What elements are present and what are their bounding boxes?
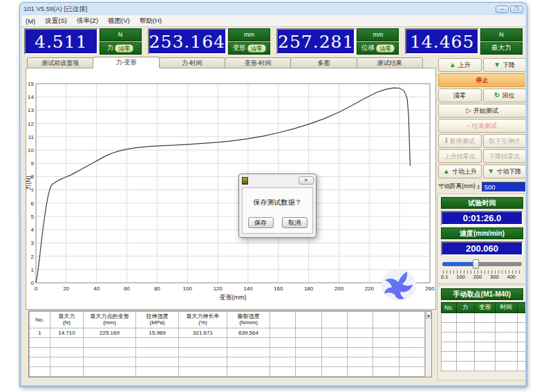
- tab-3[interactable]: 变形-时间: [225, 57, 291, 68]
- results-cell: [84, 357, 136, 366]
- svg-text:10: 10: [28, 147, 34, 153]
- displacement-clear-button[interactable]: 清零: [376, 44, 395, 53]
- dialog-title-bar: ✕: [239, 174, 316, 185]
- results-column-header: 最大力(N): [50, 312, 84, 328]
- down-find-zero-button[interactable]: 下降找零点: [483, 149, 526, 163]
- jog-down-button[interactable]: ▼寸动下降: [483, 165, 526, 178]
- app-window: 101 V5.58(A) [已连接] — ❐ (M)设置(S)倍率(Z)视图(V…: [19, 2, 527, 387]
- dialog-cancel-button[interactable]: 取消: [282, 217, 308, 228]
- tab-2[interactable]: 力-时间: [159, 57, 225, 68]
- menu-item[interactable]: 视图(V): [108, 17, 130, 26]
- dialog-close-icon[interactable]: ✕: [299, 176, 314, 185]
- slider-tick-label: 0.1: [441, 274, 448, 280]
- menu-item[interactable]: (M): [26, 17, 35, 25]
- start-test-button[interactable]: ▷开始测试: [438, 104, 525, 118]
- maximize-button[interactable]: ❐: [510, 6, 523, 13]
- svg-text:15: 15: [28, 81, 34, 87]
- speed-slider[interactable]: [441, 259, 523, 270]
- tab-1[interactable]: 力-变形: [93, 57, 159, 68]
- manual-cell: [518, 323, 526, 333]
- menu-item[interactable]: 倍率(Z): [77, 17, 98, 26]
- jog-distance-stepper[interactable]: ▲▼: [477, 184, 480, 189]
- jog-down-arrow-icon: ▼: [487, 168, 494, 175]
- return-home-button[interactable]: ↻回位: [483, 88, 526, 102]
- tab-0[interactable]: 测试前设置项: [27, 57, 93, 68]
- manual-cell: [457, 333, 475, 342]
- max-force-label: 最大力: [491, 44, 511, 53]
- manual-cell: [457, 313, 475, 323]
- manual-cell: [475, 333, 496, 342]
- results-cell: [84, 337, 136, 347]
- svg-text:100: 100: [183, 286, 193, 292]
- deformation-clear-button[interactable]: 清零: [247, 44, 266, 53]
- svg-text:80: 80: [154, 286, 160, 292]
- svg-text:5: 5: [31, 214, 35, 220]
- manual-cell: [457, 352, 475, 362]
- control-panel: ▲上升 ▼下降 停止 清零 ↻回位 ▷开始测试 ▫结束测试 ‖暂停测试: [438, 58, 525, 382]
- slider-tick-labels: 0.1100200300400: [441, 274, 516, 280]
- crosshead-up-button[interactable]: ▲上升: [438, 58, 482, 72]
- force-label: 力: [107, 44, 114, 53]
- manual-row: [442, 323, 526, 333]
- force-clear-button[interactable]: 清零: [115, 44, 133, 53]
- manual-cell: [496, 362, 518, 371]
- dialog-body: 保存测试数据？ 保存 取消: [242, 187, 313, 234]
- up-find-zero-button[interactable]: 上升找零点: [438, 149, 482, 163]
- results-cell: [179, 347, 227, 357]
- manual-row: [442, 362, 526, 371]
- svg-text:40: 40: [93, 286, 100, 292]
- manual-cell: [442, 362, 457, 371]
- speed-slider-thumb[interactable]: [473, 259, 479, 269]
- results-cell: 1: [30, 328, 50, 337]
- max-force-unit-label: N: [480, 28, 523, 41]
- dialog-save-button[interactable]: 保存: [248, 217, 274, 228]
- displacement-unit-label: mm: [357, 28, 399, 41]
- tab-5[interactable]: 测试结果: [357, 57, 423, 68]
- pause-test-button[interactable]: ‖暂停测试: [438, 134, 482, 148]
- end-test-button[interactable]: ▫结束测试: [438, 119, 525, 133]
- slider-tick-label: 100: [456, 274, 465, 280]
- menu-item[interactable]: 设置(S): [45, 17, 67, 26]
- results-cell: [179, 337, 227, 347]
- menu-item[interactable]: 帮助(H): [140, 17, 162, 26]
- zero-all-button[interactable]: 清零: [438, 88, 482, 102]
- scroll-up-icon[interactable]: ▲: [426, 311, 431, 319]
- stop-button[interactable]: 停止: [438, 73, 525, 87]
- results-cell: [296, 357, 321, 366]
- force-deformation-chart: 0204060801001201401601802002202402600123…: [26, 68, 436, 310]
- jog-up-button[interactable]: ▲寸动上升: [438, 165, 482, 178]
- results-cell: [227, 347, 270, 357]
- pause-icon: ‖: [445, 138, 448, 144]
- results-cell: [373, 328, 399, 337]
- window-controls: — ❐: [496, 6, 523, 13]
- slider-tick-label: 200: [473, 274, 482, 280]
- remove-extensometer-button[interactable]: 取下引伸计: [483, 134, 526, 148]
- crosshead-down-button[interactable]: ▼下降: [483, 58, 526, 72]
- manual-cell: [442, 352, 457, 362]
- svg-text:60: 60: [124, 286, 130, 292]
- manual-cell: [496, 313, 518, 323]
- results-cell: [50, 347, 84, 357]
- dialog-app-icon: [242, 177, 248, 185]
- jog-distance-input[interactable]: 500: [482, 182, 525, 192]
- save-dialog: ✕ 保存测试数据？ 保存 取消: [238, 174, 317, 238]
- screenshot-stage: 101 V5.58(A) [已连接] — ❐ (M)设置(S)倍率(Z)视图(V…: [0, 0, 546, 392]
- manual-cell: [496, 333, 518, 342]
- speed-header: 速度(mm/min): [441, 227, 523, 239]
- manual-cell: [475, 342, 496, 352]
- title-bar: 101 V5.58(A) [已连接] — ❐: [23, 3, 523, 15]
- svg-text:160: 160: [274, 286, 283, 292]
- slider-tick-label: 300: [490, 274, 499, 280]
- tab-4[interactable]: 多图: [290, 57, 357, 68]
- play-icon: ▷: [466, 107, 471, 114]
- results-scrollbar[interactable]: ▲: [425, 311, 431, 377]
- minimize-button[interactable]: —: [496, 6, 509, 13]
- svg-text:0: 0: [31, 280, 35, 286]
- manual-column-header: [518, 303, 526, 313]
- results-cell: [179, 357, 227, 366]
- jog-distance-label: 寸动距离(mm): [438, 183, 476, 191]
- manual-points-group: 手动取点(M1-M40) No.力变形时间: [438, 286, 525, 380]
- slider-tick-label: 400: [507, 274, 516, 280]
- results-cell: [296, 366, 321, 376]
- results-row: [30, 337, 425, 347]
